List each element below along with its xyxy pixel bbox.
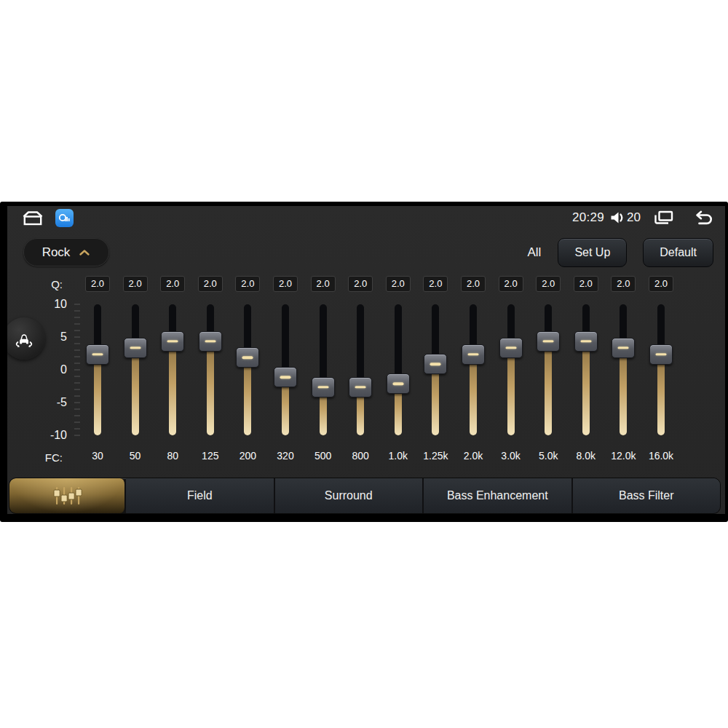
- slider-track-fill: [207, 341, 214, 436]
- tab-surround[interactable]: Surround: [275, 478, 424, 513]
- slider-thumb[interactable]: [199, 331, 222, 352]
- slider-thumb[interactable]: [574, 331, 598, 352]
- q-value[interactable]: 2.0: [160, 276, 185, 292]
- eq-bands: 2.0 30 2.0 50 2.0 80: [7, 206, 725, 514]
- frequency-label: 2.0k: [454, 450, 492, 462]
- eq-gain-slider[interactable]: [416, 304, 454, 435]
- frequency-label: 3.0k: [492, 450, 530, 462]
- q-value[interactable]: 2.0: [235, 276, 260, 292]
- eq-gain-slider[interactable]: [604, 304, 642, 435]
- q-value[interactable]: 2.0: [123, 276, 148, 292]
- eq-band: 2.0 200: [229, 276, 266, 467]
- slider-track-fill: [620, 347, 627, 436]
- eq-band: 2.0 800: [341, 276, 379, 467]
- frequency-label: 125: [191, 450, 229, 462]
- q-value[interactable]: 2.0: [423, 276, 448, 292]
- eq-band: 2.0 12.0k: [604, 276, 642, 467]
- eq-band: 2.0 1.25k: [416, 276, 454, 467]
- q-value[interactable]: 2.0: [461, 276, 486, 292]
- slider-thumb[interactable]: [612, 338, 635, 358]
- q-value[interactable]: 2.0: [273, 276, 298, 292]
- slider-thumb-line: [580, 340, 591, 343]
- slider-thumb-line: [280, 376, 291, 379]
- q-value[interactable]: 2.0: [311, 276, 336, 292]
- slider-thumb-line: [205, 340, 215, 343]
- q-value[interactable]: 2.0: [198, 276, 223, 292]
- q-value[interactable]: 2.0: [386, 276, 411, 292]
- q-value[interactable]: 2.0: [649, 276, 673, 292]
- eq-gain-slider[interactable]: [642, 304, 680, 435]
- frequency-label: 50: [116, 450, 154, 462]
- eq-band: 2.0 16.0k: [642, 276, 680, 467]
- slider-thumb-line: [130, 347, 141, 349]
- slider-track-fill: [244, 357, 251, 435]
- eq-band: 2.0 125: [191, 276, 229, 467]
- tab-bass-enhancement[interactable]: Bass Enhancement: [424, 478, 573, 513]
- slider-thumb-line: [543, 340, 554, 343]
- eq-gain-slider[interactable]: [492, 304, 530, 435]
- eq-gain-slider[interactable]: [116, 304, 154, 435]
- audio-tab-bar: Field Surround Bass Enhancement Bass Fil…: [9, 478, 721, 514]
- eq-gain-slider[interactable]: [529, 304, 567, 435]
- eq-band: 2.0 2.0k: [454, 276, 492, 467]
- frequency-label: 12.0k: [604, 450, 642, 462]
- eq-gain-slider[interactable]: [154, 304, 191, 435]
- q-value[interactable]: 2.0: [536, 276, 561, 292]
- slider-thumb[interactable]: [86, 344, 109, 365]
- eq-gain-slider[interactable]: [304, 304, 342, 435]
- frequency-label: 80: [154, 450, 191, 462]
- eq-gain-slider[interactable]: [79, 304, 116, 435]
- tab-equalizer[interactable]: [9, 478, 126, 513]
- eq-gain-slider[interactable]: [266, 304, 304, 435]
- frequency-label: 500: [304, 450, 342, 462]
- eq-band: 2.0 30: [79, 276, 116, 467]
- eq-gain-slider[interactable]: [379, 304, 417, 435]
- equalizer-app: 20:29 20 R: [7, 206, 725, 514]
- slider-thumb[interactable]: [424, 354, 447, 374]
- eq-gain-slider[interactable]: [567, 304, 605, 435]
- slider-thumb-line: [355, 386, 366, 389]
- slider-thumb-line: [618, 347, 629, 349]
- q-value[interactable]: 2.0: [85, 276, 110, 292]
- slider-thumb[interactable]: [161, 331, 184, 352]
- slider-thumb-line: [656, 353, 667, 356]
- slider-thumb[interactable]: [462, 344, 485, 365]
- slider-track-fill: [132, 347, 139, 436]
- slider-track-fill: [582, 341, 590, 436]
- tab-bass-filter[interactable]: Bass Filter: [573, 478, 721, 513]
- q-value[interactable]: 2.0: [611, 276, 636, 292]
- q-value[interactable]: 2.0: [499, 276, 523, 292]
- eq-gain-slider[interactable]: [229, 304, 266, 435]
- q-value[interactable]: 2.0: [348, 276, 373, 292]
- slider-track-fill: [657, 354, 665, 436]
- slider-thumb[interactable]: [387, 373, 410, 394]
- slider-thumb-line: [317, 386, 328, 389]
- eq-band: 2.0 5.0k: [529, 276, 567, 467]
- eq-band: 2.0 3.0k: [492, 276, 530, 467]
- tab-field[interactable]: Field: [126, 478, 275, 513]
- slider-track-fill: [169, 341, 176, 436]
- slider-thumb[interactable]: [649, 344, 673, 365]
- slider-thumb[interactable]: [274, 367, 297, 387]
- slider-track-fill: [470, 354, 477, 436]
- frequency-label: 5.0k: [529, 450, 567, 462]
- eq-band: 2.0 50: [116, 276, 154, 467]
- eq-gain-slider[interactable]: [454, 304, 492, 435]
- eq-band: 2.0 320: [266, 276, 304, 467]
- eq-gain-slider[interactable]: [191, 304, 229, 435]
- slider-thumb[interactable]: [124, 338, 147, 358]
- slider-thumb-line: [468, 353, 479, 356]
- eq-gain-slider[interactable]: [341, 304, 379, 435]
- slider-thumb-line: [392, 382, 403, 385]
- q-value[interactable]: 2.0: [574, 276, 598, 292]
- eq-band: 2.0 8.0k: [567, 276, 605, 467]
- frequency-label: 16.0k: [642, 450, 680, 462]
- slider-thumb[interactable]: [236, 347, 259, 368]
- slider-track-fill: [507, 347, 515, 436]
- slider-thumb[interactable]: [537, 331, 560, 352]
- slider-thumb[interactable]: [499, 338, 523, 358]
- slider-thumb-line: [430, 363, 441, 365]
- slider-thumb[interactable]: [349, 377, 372, 397]
- slider-thumb-line: [242, 356, 253, 359]
- slider-thumb[interactable]: [312, 377, 335, 397]
